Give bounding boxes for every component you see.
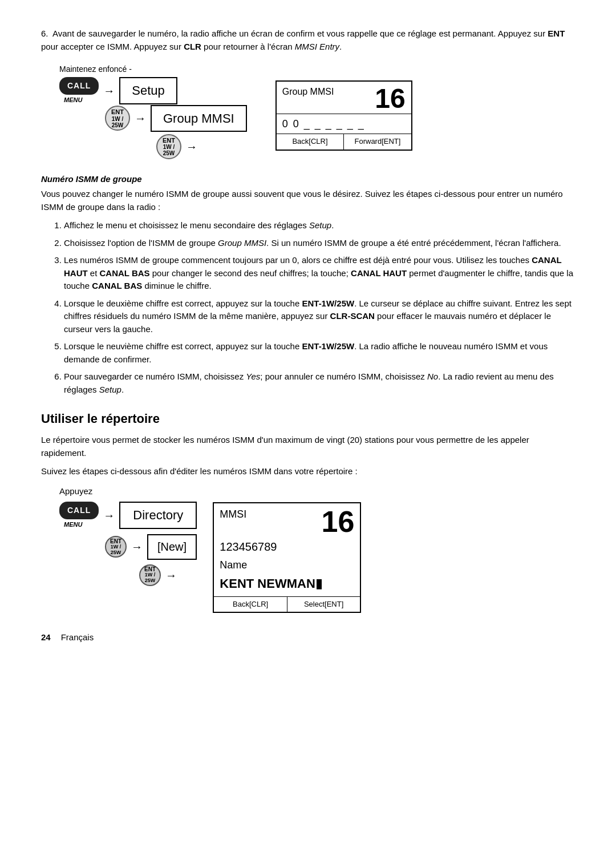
screen2-kent: KENT NEWMAN▮ bbox=[214, 574, 360, 596]
page-content: 6. Avant de sauvegarder le numéro, la ra… bbox=[41, 27, 575, 644]
arrow6-icon: → bbox=[165, 570, 177, 581]
ent-button-2: ENT 1W / 25W bbox=[156, 134, 181, 159]
screen-content: 0 0 _ _ _ _ _ _ bbox=[277, 114, 411, 134]
section-heading: Numéro ISMM de groupe bbox=[41, 173, 575, 185]
step-3: Les numéros ISMM de groupe commencent to… bbox=[64, 254, 575, 293]
screen-footer: Back[CLR] Forward[ENT] bbox=[277, 134, 411, 150]
group-mmsi-box: Group MMSI bbox=[151, 105, 247, 132]
step-1: Affichez le menu et choisissez le menu s… bbox=[64, 219, 575, 232]
arrow-icon: → bbox=[103, 85, 115, 96]
steps-list: Affichez le menu et choisissez le menu s… bbox=[59, 219, 575, 396]
ent3-row: ENT 1W / 25W → [New] bbox=[105, 534, 197, 560]
back-clr-btn-2: Back[CLR] bbox=[214, 597, 287, 612]
diagram-setup: Maintenez enfoncé - CALL MENU → Setup EN… bbox=[59, 63, 575, 159]
maintenu-label: Maintenez enfoncé - bbox=[59, 63, 132, 75]
section-para-1: Vous pouvez changer le numéro ISMM de gr… bbox=[41, 188, 575, 213]
diagram-directory: Appuyez CALL MENU → Directory ENT 1W / 2… bbox=[59, 485, 575, 613]
screen2-mmsi-num: 123456789 bbox=[214, 538, 360, 556]
call-setup-flow: CALL MENU → Setup bbox=[59, 77, 177, 104]
forward-ent-btn: Forward[ENT] bbox=[344, 134, 411, 150]
ent2-row: ENT 1W / 25W → bbox=[156, 134, 197, 159]
directory-box: Directory bbox=[119, 502, 197, 529]
new-box: [New] bbox=[147, 534, 197, 560]
screen2-number: 16 bbox=[322, 507, 355, 536]
screen-display-1: Group MMSI 16 0 0 _ _ _ _ _ _ Back[CLR] … bbox=[275, 80, 412, 151]
call-dir-flow: CALL MENU → Directory bbox=[59, 502, 197, 529]
section2-heading: Utiliser le répertoire bbox=[41, 410, 575, 428]
call-button: CALL MENU bbox=[59, 77, 99, 104]
back-clr-btn: Back[CLR] bbox=[277, 134, 345, 150]
step-4: Lorsque le deuxième chiffre est correct,… bbox=[64, 297, 575, 336]
screen2-title: MMSI bbox=[220, 507, 246, 522]
diagram2-left: Appuyez CALL MENU → Directory ENT 1W / 2… bbox=[59, 485, 197, 586]
select-ent-btn: Select[ENT] bbox=[287, 597, 360, 612]
step-2: Choisissez l'option de l'ISMM de groupe … bbox=[64, 237, 575, 250]
screen-display-2: MMSI 16 123456789 Name KENT NEWMAN▮ Back… bbox=[213, 502, 361, 613]
ent1-row: ENT 1W / 25W → Group MMSI bbox=[105, 105, 247, 132]
arrow4-icon: → bbox=[103, 510, 115, 521]
section2-para1: Le répertoire vous permet de stocker les… bbox=[41, 434, 575, 459]
arrow5-icon: → bbox=[131, 541, 143, 552]
setup-box: Setup bbox=[119, 77, 177, 104]
step-6: Pour sauvegarder ce numéro ISMM, choisis… bbox=[64, 370, 575, 396]
appuyez-label: Appuyez bbox=[59, 485, 92, 498]
ent-button-4: ENT 1W / 25W bbox=[139, 564, 161, 586]
page-footer: 24 Français bbox=[41, 631, 575, 644]
ent-button-3: ENT 1W / 25W bbox=[105, 536, 127, 558]
screen-number: 16 bbox=[375, 85, 405, 112]
diagram-left-col: Maintenez enfoncé - CALL MENU → Setup EN… bbox=[59, 63, 247, 159]
ent-button-1: ENT 1W / 25W bbox=[105, 106, 130, 131]
screen2-name-row: Name bbox=[214, 556, 360, 574]
step-5: Lorsque le neuvième chiffre est correct,… bbox=[64, 340, 575, 366]
screen2-footer: Back[CLR] Select[ENT] bbox=[214, 596, 360, 612]
call-button-2: CALL MENU bbox=[59, 502, 99, 529]
arrow3-icon: → bbox=[186, 141, 197, 152]
ent4-row: ENT 1W / 25W → bbox=[139, 564, 177, 586]
intro-paragraph: 6. Avant de sauvegarder le numéro, la ra… bbox=[41, 27, 575, 53]
section2-para2: Suivez les étapes ci-dessous afin d'édit… bbox=[41, 465, 575, 478]
arrow2-icon: → bbox=[135, 112, 146, 124]
screen-title: Group MMSI bbox=[282, 85, 334, 98]
page-number: 24 bbox=[41, 631, 51, 644]
screen2-top: MMSI 16 bbox=[214, 503, 360, 538]
screen-top: Group MMSI 16 bbox=[277, 82, 411, 114]
footer-language: Français bbox=[61, 631, 94, 644]
